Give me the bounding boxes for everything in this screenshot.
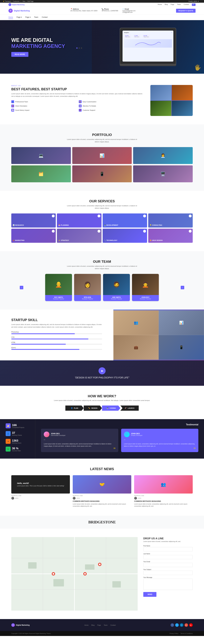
service-marketing[interactable]: 📣 MARKETING → (11, 229, 56, 243)
news-tag-2: WordPress | Date (73, 495, 131, 496)
skills-left: STARTUP SKILL Lorem ipsum dolor sit amet… (0, 310, 113, 360)
skill-photoshop: Photoshop (11, 331, 102, 334)
service-strategy[interactable]: ⚡ STRATEGY → (57, 229, 101, 243)
top-nav-page[interactable]: Page (170, 4, 174, 6)
footer-nav-home[interactable]: Home (84, 624, 88, 626)
form-input-lastname[interactable] (143, 555, 193, 559)
team-next-button[interactable]: › (181, 286, 184, 289)
about-text: Lorem ipsum dolor sit amet, consectetur … (11, 92, 145, 98)
nav-home[interactable]: Home (9, 16, 13, 19)
team-img-1: 🧑‍🦲 (45, 274, 72, 295)
team-prev-button[interactable]: ‹ (20, 286, 23, 289)
header-contact: 📍 Address 261 Montreal Ave, Staten Islan… (70, 8, 136, 13)
how-step-plan[interactable]: 👤 PLAN (65, 406, 84, 411)
service-uiux-arrow[interactable]: → (189, 230, 191, 232)
phone-value: 3876542151, 1234567890 (102, 10, 118, 12)
about-image (150, 85, 193, 116)
skills-text: Lorem ipsum dolor sit amet, consectetur … (11, 323, 102, 328)
top-nav-blog[interactable]: Blog (165, 4, 168, 6)
how-step-launch[interactable]: 🚀 LAUNCH (121, 406, 139, 411)
service-uiux[interactable]: 🎨 UI/UX DESIGN → (148, 229, 193, 243)
footer-nav-contact[interactable]: Contact (111, 624, 116, 626)
service-planning[interactable]: 📅 PLANNING → (57, 214, 101, 228)
meeting-grid: 👥 📊 💼 📱 (113, 310, 204, 360)
form-textarea-message[interactable] (143, 579, 193, 590)
hello-quote-text: Lorem ipsum dolor. This is your first po… (17, 485, 64, 487)
step-design-box: ✏️ DESIGN (84, 406, 102, 411)
social-linkedin[interactable]: in (180, 623, 183, 627)
form-input-email[interactable] (143, 563, 193, 567)
service-technology-arrow[interactable]: → (143, 230, 146, 232)
nav-team[interactable]: Team (34, 16, 38, 19)
form-group-email: Your Email (143, 561, 193, 567)
team-member-2: 👩 RITA DOE Assistant Teacher (74, 274, 101, 301)
portfolio-item-1[interactable]: 💻 (11, 147, 71, 164)
skill-css-track (11, 338, 102, 340)
form-input-subject[interactable] (143, 571, 193, 575)
form-group-lastname: Last Name (143, 553, 193, 559)
contact-map (11, 537, 138, 610)
top-nav-contact[interactable]: Contact (184, 4, 189, 6)
service-technology[interactable]: 🔧 TECHNOLOGY → (103, 229, 147, 243)
footer-social: f t in g+ ▶ (170, 623, 193, 627)
send-button[interactable]: SEND (143, 592, 156, 597)
author-avatar-1 (44, 432, 49, 437)
feature-icon-5: 📈 (11, 109, 14, 112)
step-plan-icon: 👤 (71, 407, 73, 409)
top-nav-team[interactable]: Team (177, 4, 181, 6)
nav-contact[interactable]: Contact (42, 16, 48, 19)
top-nav-home[interactable]: Home (158, 4, 162, 6)
portfolio-item-5[interactable]: 📱 (72, 166, 132, 182)
nav-page2[interactable]: Page ▾ (25, 16, 31, 19)
how-subtitle: Lorem ipsum dolor sit amet, consectetur … (11, 400, 193, 401)
nav-page1[interactable]: Page ▾ (17, 16, 22, 19)
hero-dot-3[interactable] (81, 48, 82, 48)
portfolio-item-3[interactable]: 👩‍💼 (133, 147, 193, 164)
feature-label-3: Client Orientation (15, 105, 27, 107)
service-development-arrow[interactable]: → (143, 214, 146, 218)
topbar-admin: Howdy, admin ▼ (188, 0, 199, 2)
portfolio-item-4[interactable]: 🗂️ (11, 166, 71, 182)
service-development[interactable]: 💻 DEVELOPMENT → (103, 214, 147, 228)
about-section: ABOUT US BEST FEATURES, BEST STARTUP Lor… (0, 74, 204, 124)
social-googleplus[interactable]: g+ (184, 623, 188, 627)
map-svg (11, 537, 138, 610)
how-step-coding[interactable]: 💻 CODING (102, 406, 121, 411)
service-strategy-arrow[interactable]: → (97, 230, 100, 232)
hero-dot-2[interactable] (79, 48, 80, 48)
service-consulting-arrow[interactable]: → (189, 214, 191, 218)
how-step-design[interactable]: ✏️ DESIGN (84, 406, 102, 411)
footer-nav-team[interactable]: Team (104, 624, 108, 626)
social-twitter[interactable]: t (175, 623, 179, 627)
service-research[interactable]: 📊 RESEARCH → (11, 214, 56, 228)
svg-rect-8 (53, 579, 64, 586)
portfolio-icon-4: 🗂️ (39, 172, 44, 176)
feature-icon-3: 🎯 (11, 104, 14, 107)
video-play-button[interactable] (98, 367, 106, 374)
copyright-privacy[interactable]: Privacy Policy (170, 633, 178, 634)
social-youtube[interactable]: ▶ (189, 623, 193, 627)
svg-rect-7 (28, 562, 37, 568)
read-more-button[interactable]: READ MORE (11, 52, 28, 57)
form-input-firstname[interactable] (143, 547, 193, 551)
form-label-email: Your Email (143, 561, 193, 562)
stat-projects: 📁 166 Completed Projects (6, 423, 30, 428)
portfolio-item-2[interactable]: 📊 (72, 147, 132, 164)
footer-logo: D Digital Marketing (11, 623, 30, 627)
stat-projects-label: Completed Projects (12, 427, 24, 428)
service-consulting[interactable]: 💡 CONSULTING → (148, 214, 193, 228)
service-planning-arrow[interactable]: → (97, 214, 100, 218)
main-nav-links: Home Page ▾ Page ▾ Team Contact (9, 16, 48, 19)
people-cell-1 (150, 85, 171, 100)
social-facebook[interactable]: f (170, 623, 174, 627)
portfolio-item-6[interactable]: 🖥️ (133, 166, 193, 182)
copyright-terms[interactable]: Terms & Conditions (180, 633, 193, 634)
news-author-name-3: Admin (138, 498, 141, 499)
footer-nav-blog[interactable]: Blog (91, 624, 94, 626)
search-icon[interactable]: 🔍 (192, 4, 195, 6)
request-quote-button[interactable]: REQUEST A QUOTE (176, 9, 195, 13)
team-role-4: Assistant Teacher (133, 298, 157, 300)
team-role-2: Assistant Teacher (75, 298, 99, 300)
footer-nav-page[interactable]: Page (97, 624, 101, 626)
hero-dot-1[interactable] (76, 48, 77, 48)
